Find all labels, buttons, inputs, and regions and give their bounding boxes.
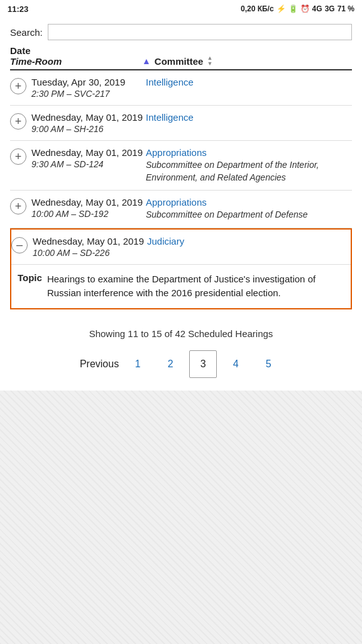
header-date-label: Date [10,45,142,56]
topic-row: Topic Hearings to examine the Department… [18,272,344,301]
cell-date-time-row5: Wednesday, May 01, 2019 10:00 AM – SD-22… [33,236,147,258]
cell-time-row1: 2:30 PM – SVC-217 [31,89,146,99]
status-time: 11:23 [8,4,28,14]
cell-date-time-row3: Wednesday, May 01, 2019 9:30 AM – SD-124 [31,147,146,169]
main-content: Search: Date Time-Room ▲ Committee ▲ ▼ +… [0,18,362,319]
cell-date-time-row4: Wednesday, May 01, 2019 10:00 AM – SD-19… [31,197,146,219]
sort-arrows-icon[interactable]: ▲ ▼ [207,55,212,67]
cell-date-time-row1: Tuesday, Apr 30, 2019 2:30 PM – SVC-217 [31,77,146,99]
table-row-expanded: – Wednesday, May 01, 2019 10:00 AM – SD-… [10,228,352,309]
col-date-time-header: Date Time-Room [10,45,142,67]
page-5-button[interactable]: 5 [255,350,282,378]
cell-time-row5: 10:00 AM – SD-226 [33,248,147,258]
committee-link-row5[interactable]: Judiciary [147,236,184,247]
alarm-icon: ⏰ [300,4,310,13]
cell-date-row4: Wednesday, May 01, 2019 [31,197,146,208]
cell-committee-row1: Intelligence [146,77,352,87]
expand-button-row1[interactable]: + [10,78,26,94]
header-timeroom-label: Time-Room [10,56,142,67]
topic-text: Hearings to examine the Department of Ju… [47,272,344,301]
search-row: Search: [10,18,352,45]
pagination-info: Showing 11 to 15 of 42 Scheduled Hearing… [0,319,362,344]
signal-3g: 3G [325,4,335,13]
page-2-button[interactable]: 2 [156,350,184,378]
expand-button-row2[interactable]: + [10,113,26,130]
expand-button-row4[interactable]: + [10,198,26,214]
committee-link-row1[interactable]: Intelligence [146,77,194,87]
cell-committee-row2: Intelligence [146,112,352,123]
search-label: Search: [10,27,43,38]
committee-sub-row3: Subcommittee on Department of the Interi… [146,159,352,184]
page-1-button[interactable]: 1 [124,350,151,378]
status-right: 0,20 КБ/с ⚡ 🔋 ⏰ 4G 3G 71 % [241,4,354,13]
page-4-button[interactable]: 4 [222,350,250,378]
battery-icon: 🔋 [288,4,298,13]
cell-time-row2: 9:00 AM – SH-216 [31,124,146,134]
table-row: + Wednesday, May 01, 2019 10:00 AM – SD-… [10,191,352,228]
cell-date-row3: Wednesday, May 01, 2019 [31,147,146,158]
previous-button[interactable]: Previous [80,350,119,378]
table-row: + Wednesday, May 01, 2019 9:00 AM – SH-2… [10,106,352,141]
committee-link-row3[interactable]: Appropriations [146,147,207,158]
table-row: + Tuesday, Apr 30, 2019 2:30 PM – SVC-21… [10,70,352,106]
table-row: + Wednesday, May 01, 2019 9:30 AM – SD-1… [10,141,352,191]
signal-4g: 4G [312,4,322,13]
expanded-detail-row5: Topic Hearings to examine the Department… [11,264,351,308]
expand-button-row5[interactable]: – [11,237,28,253]
cell-date-time-row2: Wednesday, May 01, 2019 9:00 AM – SH-216 [31,112,146,134]
page-3-button[interactable]: 3 [189,350,217,378]
expand-button-row3[interactable]: + [10,148,26,165]
row-main-row5: – Wednesday, May 01, 2019 10:00 AM – SD-… [11,230,351,264]
sort-arrow-up-icon[interactable]: ▲ [142,56,151,66]
table-header: Date Time-Room ▲ Committee ▲ ▼ [10,45,352,70]
committee-link-row4[interactable]: Appropriations [146,197,207,208]
col-committee-header: ▲ Committee ▲ ▼ [142,55,352,67]
search-input[interactable] [48,24,352,40]
committee-sub-row4: Subcommittee on Department of Defense [146,209,352,221]
header-committee-label: Committee [155,56,204,67]
cell-date-row5: Wednesday, May 01, 2019 [33,236,147,247]
cell-date-row1: Tuesday, Apr 30, 2019 [31,77,146,87]
committee-link-row2[interactable]: Intelligence [146,112,194,123]
cell-committee-row3: Appropriations Subcommittee on Departmen… [146,147,352,184]
cell-committee-row5: Judiciary [147,236,351,247]
pagination-controls: Previous 1 2 3 4 5 [0,344,362,391]
bluetooth-icon: ⚡ [277,4,286,13]
topic-label: Topic [18,272,42,283]
cell-committee-row4: Appropriations Subcommittee on Departmen… [146,197,352,221]
battery-percent: 71 % [337,4,354,13]
status-bar: 11:23 0,20 КБ/с ⚡ 🔋 ⏰ 4G 3G 71 % [0,0,362,18]
cell-date-row2: Wednesday, May 01, 2019 [31,112,146,123]
cell-time-row4: 10:00 AM – SD-192 [31,209,146,219]
network-speed: 0,20 КБ/с [241,4,274,13]
cell-time-row3: 9:30 AM – SD-124 [31,159,146,169]
